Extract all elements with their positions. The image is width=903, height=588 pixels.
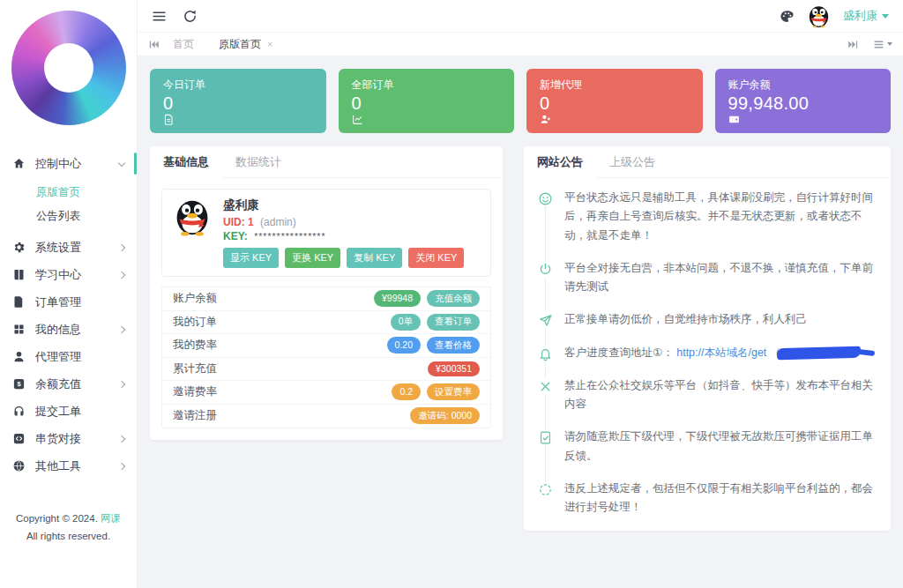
copy-key-button[interactable]: 复制 KEY — [347, 248, 402, 268]
sidebar-item-system-settings[interactable]: 系统设置 — [0, 234, 137, 261]
sidebar-item-my-info[interactable]: 我的信息 — [0, 316, 137, 343]
sidebar-item-control-center[interactable]: 控制中心 — [0, 150, 137, 177]
sidebar-item-label: 余额充值 — [35, 376, 81, 392]
tab-data-stats[interactable]: 数据统计 — [222, 146, 295, 178]
list-item: 客户进度查询地址①： http://本站域名/get （ — [538, 337, 875, 369]
tab-header-filler — [668, 146, 891, 178]
show-key-button[interactable]: 显示 KEY — [223, 248, 279, 268]
hamburger-icon[interactable] — [152, 9, 167, 24]
stat-label: 今日订单 — [163, 78, 313, 93]
table-row-my-orders: 我的订单 0单 查看订单 — [162, 311, 490, 335]
refresh-icon[interactable] — [183, 9, 198, 24]
close-key-button[interactable]: 关闭 KEY — [408, 248, 464, 268]
file-text-icon — [163, 114, 175, 125]
stat-label: 新增代理 — [540, 78, 690, 93]
stat-card-new-agents[interactable]: 新增代理 0 — [526, 69, 703, 133]
row-label: 我的费率 — [173, 338, 217, 353]
set-rate-button[interactable]: 设置费率 — [427, 383, 480, 400]
rights-text: All rights reserved. — [0, 527, 137, 546]
headset-icon — [12, 405, 26, 418]
brand-link[interactable]: 网课 — [101, 513, 121, 524]
caret-down-icon — [887, 42, 892, 46]
recharge-balance-button[interactable]: 充值余额 — [427, 290, 480, 307]
sidebar-item-cross-supply[interactable]: 串货对接 — [0, 425, 137, 452]
sidebar-item-order-management[interactable]: 订单管理 — [0, 288, 137, 316]
sidebar-item-label: 学习中心 — [35, 267, 81, 283]
stat-card-all-orders[interactable]: 全部订单 0 — [339, 69, 515, 133]
table-row-balance: 账户余额 ¥99948 充值余额 — [162, 287, 490, 311]
tab-home[interactable]: 首页 — [161, 37, 205, 52]
tab-original-home[interactable]: 原版首页 × — [207, 37, 284, 52]
stat-card-account-balance[interactable]: 账户余额 99,948.00 — [715, 69, 892, 133]
grid-icon — [12, 323, 26, 336]
sidebar-nav: 控制中心 原版首页 公告列表 系统设置 学习中心 — [0, 150, 137, 480]
query-url-link[interactable]: http://本站域名/get — [676, 346, 766, 359]
account-info-table: 账户余额 ¥99948 充值余额 我的订单 0单 查看订单 — [161, 287, 491, 428]
sidebar-item-label: 提交工单 — [35, 404, 81, 420]
copyright-text: Copyright © 2024. — [16, 513, 98, 524]
stat-card-row: 今日订单 0 全部订单 0 新增代理 0 — [150, 69, 891, 133]
balance-amount-badge: ¥99948 — [374, 290, 421, 307]
sidebar-item-agent-management[interactable]: 代理管理 — [0, 343, 137, 370]
user-menu[interactable]: 盛利康 — [843, 8, 889, 24]
chevron-right-icon — [118, 435, 125, 442]
change-key-button[interactable]: 更换 KEY — [285, 248, 340, 268]
gear-icon — [12, 241, 26, 254]
qq-avatar[interactable] — [807, 4, 831, 28]
sidebar-item-notice-list[interactable]: 公告列表 — [0, 205, 137, 228]
sidebar-item-submit-ticket[interactable]: 提交工单 — [0, 398, 137, 425]
sidebar-item-label: 控制中心 — [35, 156, 81, 172]
list-item: 正常接单请勿低价，自觉维持市场秩序，利人利己 — [538, 303, 875, 336]
rewind-icon[interactable] — [148, 39, 160, 50]
sidebar-item-learning-center[interactable]: 学习中心 — [0, 261, 137, 288]
key-masked-value: **************** — [254, 231, 325, 242]
list-item: 禁止在公众社交娱乐等平台（如抖音、快手等）发布本平台相关内容 — [538, 369, 875, 421]
palette-icon[interactable] — [780, 9, 795, 24]
notice-text: 违反上述规定者，包括但不仅限于有相关影响平台利益的，都会进行封号处理！ — [564, 480, 875, 517]
notice-text: 请勿随意欺压下级代理，下级代理被无故欺压可携带证据用工单反馈。 — [564, 428, 875, 465]
total-recharge-badge: ¥300351 — [428, 361, 480, 376]
invite-code-badge[interactable]: 邀请码: 0000 — [410, 407, 480, 424]
key-buttons: 显示 KEY 更换 KEY 复制 KEY 关闭 KEY — [223, 248, 464, 268]
forward-icon[interactable] — [847, 39, 859, 50]
notice-text: 客户进度查询地址①： — [564, 346, 674, 359]
home-icon — [12, 157, 26, 170]
sidebar-item-original-home[interactable]: 原版首页 — [0, 181, 137, 205]
row-label: 我的订单 — [173, 315, 217, 330]
view-orders-button[interactable]: 查看订单 — [427, 314, 480, 331]
close-icon[interactable]: × — [267, 39, 272, 49]
view-prices-button[interactable]: 查看价格 — [427, 337, 480, 354]
list-item: 违反上述规定者，包括但不仅限于有相关影响平台利益的，都会进行封号处理！ — [538, 473, 875, 525]
notice-text: 正常接单请勿低价，自觉维持市场秩序，利人利己 — [564, 310, 875, 329]
smiley-icon — [538, 191, 553, 206]
stat-label: 账户余额 — [728, 78, 878, 93]
tab-site-notice[interactable]: 网站公告 — [524, 146, 596, 178]
row-label: 邀请费率 — [173, 384, 217, 399]
dollar-icon: $ — [12, 377, 26, 391]
tab-bar: 首页 原版首页 × — [138, 33, 903, 56]
sidebar-item-label: 代理管理 — [35, 349, 81, 365]
stat-card-today-orders[interactable]: 今日订单 0 — [150, 69, 326, 133]
list-lines-icon — [873, 39, 884, 50]
table-row-my-rate: 我的费率 0.20 查看价格 — [162, 334, 490, 358]
stat-value: 0 — [540, 93, 690, 114]
list-item: 请勿随意欺压下级代理，下级代理被无故欺压可携带证据用工单反馈。 — [538, 421, 875, 473]
caret-down-icon — [882, 14, 889, 19]
redaction-scribble — [777, 346, 861, 359]
rate-value-badge: 0.20 — [387, 337, 421, 354]
sidebar-item-balance-recharge[interactable]: $ 余额充值 — [0, 370, 137, 398]
sidebar-item-other-tools[interactable]: 其他工具 — [0, 452, 137, 480]
tab-upstream-notice[interactable]: 上级公告 — [596, 146, 668, 178]
power-icon — [538, 262, 553, 277]
wallet-icon — [728, 114, 740, 125]
chevron-right-icon — [118, 462, 125, 469]
tab-list-icon[interactable] — [873, 39, 892, 50]
table-row-total-recharge: 累计充值 ¥300351 — [162, 358, 490, 382]
notice-text: 禁止在公众社交娱乐等平台（如抖音、快手等）发布本平台相关内容 — [564, 376, 875, 414]
tabbar-right — [847, 39, 892, 50]
notice-text-with-link: 客户进度查询地址①： http://本站域名/get （ — [564, 344, 875, 362]
tab-basic-info[interactable]: 基础信息 — [150, 146, 222, 178]
key-line: KEY: **************** — [223, 230, 464, 242]
row-label: 邀请注册 — [173, 408, 217, 423]
qq-avatar — [173, 197, 212, 236]
